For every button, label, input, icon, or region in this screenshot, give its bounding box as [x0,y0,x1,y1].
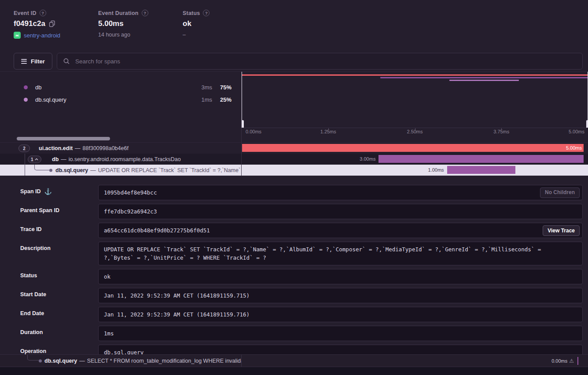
search-icon [63,58,70,65]
minimap-span-db-sql-query [449,80,518,81]
legend-item-db-sql-query[interactable]: db.sql.query 1ms 25% [0,93,241,106]
span-connector-dot [39,359,42,362]
detail-label: Description [0,242,98,265]
span-op: ui.action.edit [39,145,73,151]
copy-icon[interactable] [49,20,55,27]
minimap-span-ui-action-edit [242,74,588,76]
minimap-span-db [380,77,588,78]
view-trace-button[interactable]: View Trace [543,225,580,236]
event-id-value: f0491c2a [14,19,45,28]
span-duration: 5.00ms [566,145,582,151]
span-connector-dot [49,169,52,172]
children-count-badge[interactable]: 2 [18,144,30,152]
event-duration-label: Event Duration [98,10,139,16]
span-duration: 0.00ms [551,358,567,364]
event-header: Event ID ? f0491c2a [0,0,588,49]
span-id-value: 1095bd4ef8e94bcc No Children [98,185,583,200]
description-value: UPDATE OR REPLACE `Track` SET `TrackId` … [98,242,583,265]
legend-op: db.sql.query [35,96,192,103]
detail-label: Span ID⚓ [0,185,98,200]
span-description: io.sentry.android.roomsample.data.Tracks… [69,156,181,162]
span-row-db-sql-query-select[interactable]: db.sql.query—SELECT * FROM room_table_mo… [0,354,588,367]
span-row-db[interactable]: 1 db—io.sentry.android.roomsample.data.T… [0,154,588,165]
help-icon[interactable]: ? [142,10,148,16]
project-link[interactable]: sentry-android [24,32,60,39]
axis-tick-label: 5.00ms [569,129,584,134]
trace-overview: db 3ms 75% db.sql.query 1ms 25% 0.00m [0,71,588,135]
operations-breakdown: db 3ms 75% db.sql.query 1ms 25% [0,72,242,135]
span-duration: 1.00ms [428,167,444,173]
legend-duration: 3ms [192,84,212,91]
span-op: db.sql.query [55,167,88,173]
status-sub: – [183,32,186,38]
tree-scroll-strip [0,135,588,143]
legend-percent: 75% [212,84,232,91]
help-icon[interactable]: ? [203,10,209,16]
status-label: Status [183,10,200,16]
axis-tick-label: 0.00ms [246,129,261,134]
detail-label: Duration [0,326,98,341]
help-icon[interactable]: ? [40,10,46,16]
warning-icon: ⚠ [569,358,574,364]
minimap-left-handle[interactable] [242,72,242,128]
span-detail-page: Event ID ? f0491c2a [0,0,588,375]
trace-id-value: a654cc61dc0b48ef9d0b27275b6f0d51 View Tr… [98,223,583,238]
event-duration-value: 5.00ms [98,19,124,28]
span-duration: 3.00ms [360,156,375,162]
span-bar: 1.00ms [447,166,515,174]
detail-label: Status [0,269,98,284]
end-date-value: Jan 11, 2022 9:52:39 AM CET (1641891159.… [98,307,583,322]
tree-scrollbar-thumb[interactable] [17,137,110,140]
event-duration-field: Event Duration ? 5.00ms 14 hours ago [98,10,148,38]
detail-label: End Date [0,307,98,322]
axis-tick-label: 2.50ms [407,129,423,134]
span-description: SELECT * FROM room_table_modification_lo… [87,358,242,364]
start-date-value: Jan 11, 2022 9:52:39 AM CET (1641891159.… [98,288,583,303]
span-toolbar: Filter [0,49,588,71]
legend-percent: 25% [212,96,232,103]
axis-tick-label: 3.75ms [493,129,509,134]
event-id-label: Event ID [14,10,37,16]
search-box [57,53,583,70]
legend-item-db[interactable]: db 3ms 75% [0,81,241,93]
span-row-db-sql-query-selected[interactable]: db.sql.query—UPDATE OR REPLACE `Track` S… [0,165,588,176]
page-bottom-strip [0,367,588,375]
filter-button[interactable]: Filter [14,53,52,70]
event-id-field: Event ID ? f0491c2a [14,10,60,39]
time-axis: 0.00ms 1.25ms 2.50ms 3.75ms 5.00ms [242,128,588,135]
tree-scrollbar-track[interactable] [0,135,242,142]
span-op: db [52,156,59,162]
op-color-dot [24,85,28,89]
detail-label: Parent Span ID [0,204,98,219]
span-description: 88f300998a0b4e6f [83,145,129,151]
chevron-up-icon [35,158,38,160]
search-input[interactable] [57,53,582,69]
no-children-button: No Children [540,188,580,198]
span-description: UPDATE OR REPLACE `Track` SET `TrackId` … [98,167,242,173]
span-row-ui-action-edit[interactable]: 2 ui.action.edit—88f300998a0b4e6f 5.00ms [0,143,588,154]
detail-label: Start Date [0,288,98,303]
span-op: db.sql.query [44,358,77,364]
span-details-panel: Span ID⚓ 1095bd4ef8e94bcc No Children Pa… [0,176,588,354]
status-value: ok [183,19,191,28]
axis-tick-label: 1.25ms [320,129,336,134]
duration-value: 1ms [98,326,583,341]
event-age: 14 hours ago [98,32,130,38]
anchor-icon[interactable]: ⚓ [44,188,52,195]
span-waterfall: 2 ui.action.edit—88f300998a0b4e6f 5.00ms… [0,143,588,176]
trace-minimap[interactable] [242,72,588,128]
children-count-badge[interactable]: 1 [28,155,41,163]
status-detail-value: ok [98,269,583,284]
op-color-dot [24,98,28,102]
span-bar: 3.00ms [379,155,584,163]
filter-icon [21,59,27,64]
legend-op: db [35,84,192,91]
detail-label: Trace ID [0,223,98,238]
parent-span-id-value: ffe7dbc92a6942c3 [98,204,583,219]
android-icon [14,32,21,39]
zero-duration-span-bar [577,357,578,365]
span-bar: 5.00ms [242,144,584,152]
status-field: Status ? ok – [183,10,209,38]
legend-duration: 1ms [192,96,212,103]
